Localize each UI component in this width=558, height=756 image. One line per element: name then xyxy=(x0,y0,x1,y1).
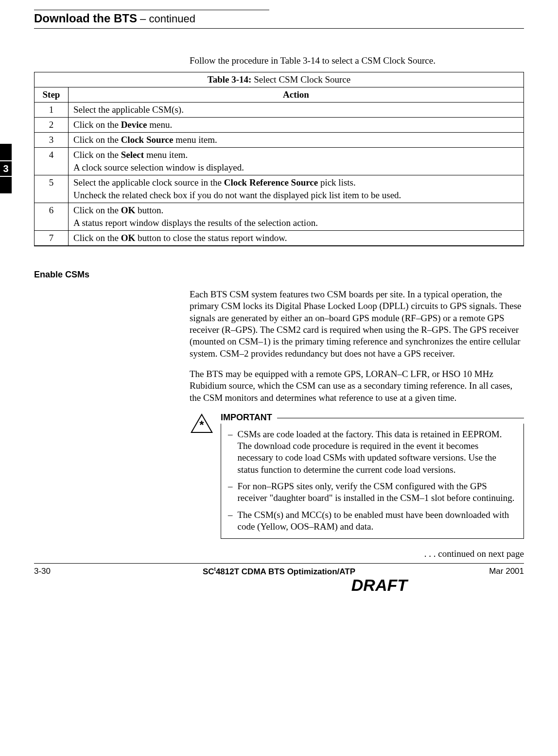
important-icon: * xyxy=(190,412,214,434)
step-cell: 5 xyxy=(35,175,69,203)
draft-watermark: DRAFT xyxy=(34,576,524,595)
action-cell: Click on the Device menu. xyxy=(69,118,524,133)
table-row: 4Click on the Select menu item.A clock s… xyxy=(35,148,524,175)
continued-text: . . . continued on next page xyxy=(34,549,524,559)
footer-center: SCt4812T CDMA BTS Optimization/ATP xyxy=(92,567,466,577)
table-caption: Table 3-14: Select CSM Clock Source xyxy=(35,72,524,87)
body-para-1: Each BTS CSM system features two CSM boa… xyxy=(190,289,524,360)
important-item: –The CSM(s) and MCC(s) to be enabled mus… xyxy=(228,509,517,533)
header-title: Download the BTS xyxy=(34,12,137,25)
action-cell: Click on the Clock Source menu item. xyxy=(69,133,524,148)
page-header: Download the BTS – continued xyxy=(34,12,524,29)
step-cell: 4 xyxy=(35,148,69,175)
table-row: 5Select the applicable clock source in t… xyxy=(35,175,524,203)
footer-page: 3-30 xyxy=(34,567,92,576)
action-cell: Click on the Select menu item.A clock so… xyxy=(69,148,524,175)
body-para-2: The BTS may be equipped with a remote GP… xyxy=(190,368,524,404)
table-row: 1Select the applicable CSM(s). xyxy=(35,103,524,118)
svg-text:*: * xyxy=(199,418,204,431)
step-cell: 6 xyxy=(35,203,69,231)
step-cell: 2 xyxy=(35,118,69,133)
procedure-table: Table 3-14: Select CSM Clock Source Step… xyxy=(34,72,524,246)
table-row: 2Click on the Device menu. xyxy=(35,118,524,133)
action-cell: Click on the OK button.A status report w… xyxy=(69,203,524,231)
table-row: 7Click on the OK button to close the sta… xyxy=(35,231,524,246)
important-label: IMPORTANT xyxy=(221,412,272,423)
intro-text: Follow the procedure in Table 3-14 to se… xyxy=(34,55,524,66)
col-step: Step xyxy=(35,87,69,103)
page-footer: 3-30 SCt4812T CDMA BTS Optimization/ATP … xyxy=(34,564,524,577)
step-cell: 1 xyxy=(35,103,69,118)
important-box: –CSMs are code loaded at the factory. Th… xyxy=(221,424,524,539)
step-cell: 7 xyxy=(35,231,69,246)
col-action: Action xyxy=(69,87,524,103)
action-cell: Click on the OK button to close the stat… xyxy=(69,231,524,246)
action-cell: Select the applicable clock source in th… xyxy=(69,175,524,203)
header-suffix: – continued xyxy=(137,13,195,25)
table-row: 3Click on the Clock Source menu item. xyxy=(35,133,524,148)
important-item: –For non–RGPS sites only, verify the CSM… xyxy=(228,481,517,504)
footer-date: Mar 2001 xyxy=(466,567,524,576)
important-item: –CSMs are code loaded at the factory. Th… xyxy=(228,429,517,476)
step-cell: 3 xyxy=(35,133,69,148)
important-block: * IMPORTANT –CSMs are code loaded at the… xyxy=(190,412,524,539)
table-row: 6Click on the OK button.A status report … xyxy=(35,203,524,231)
action-cell: Select the applicable CSM(s). xyxy=(69,103,524,118)
section-title: Enable CSMs xyxy=(34,270,524,280)
